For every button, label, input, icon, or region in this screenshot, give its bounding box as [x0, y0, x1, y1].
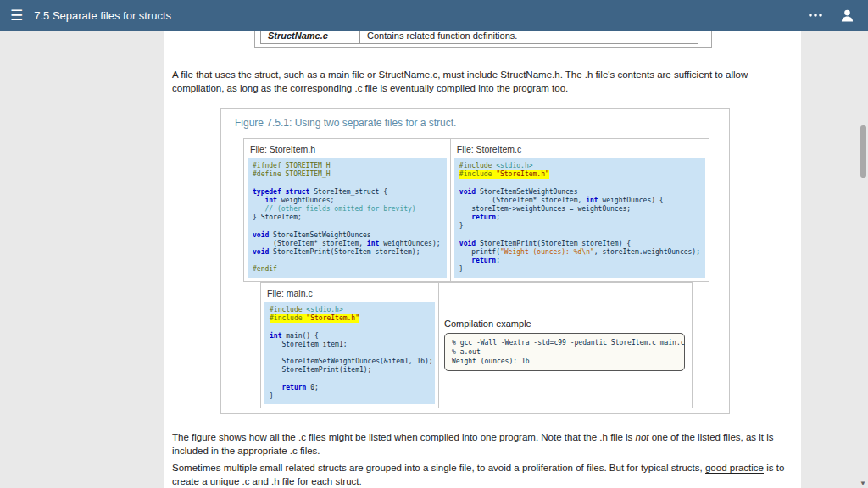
struct-files-table: StructName.c Contains related function d…	[260, 30, 698, 44]
file-panel-storeitem-h: File: StoreItem.h #ifndef STOREITEM_H#de…	[244, 139, 451, 281]
code-block-storeitem-c: #include <stdio.h>#include "StoreItem.h"…	[454, 158, 705, 278]
paragraph-good-practice-text1: Sometimes multiple small related structs…	[172, 463, 705, 473]
ellipsis-icon	[808, 13, 823, 18]
account-button[interactable]	[840, 8, 854, 23]
compilation-console: % gcc -Wall -Wextra -std=c99 -pedantic S…	[444, 333, 685, 371]
file-label-storeitem-c: File: StoreItem.c	[457, 144, 704, 154]
content-area: StructName.c Contains related function d…	[164, 30, 801, 488]
file-panel-main-c: File: main.c #include <stdio.h>#include …	[261, 283, 439, 408]
compilation-example-label: Compilation example	[444, 319, 685, 329]
emphasis-not: not	[636, 432, 649, 442]
table-cell-filename: StructName.c	[261, 30, 360, 44]
figure-7-5-1: Figure 7.5.1: Using two separate files f…	[220, 108, 730, 414]
scrollbar-thumb[interactable]	[860, 125, 866, 178]
struct-files-table-fragment: StructName.c Contains related function d…	[254, 30, 712, 48]
section-title: 7.5 Separate files for structs	[34, 9, 171, 22]
paragraph-figure-note-text1: The figure shows how all the .c files mi…	[172, 432, 636, 442]
compilation-example-cell: Compilation example % gcc -Wall -Wextra …	[439, 283, 697, 408]
table-cell-description: Contains related function definitions.	[360, 30, 698, 44]
table-row: StructName.c Contains related function d…	[261, 30, 698, 44]
paragraph-good-practice: Sometimes multiple small related structs…	[172, 461, 789, 488]
more-options-button[interactable]	[808, 13, 823, 18]
figure-bottom-panels: File: main.c #include <stdio.h>#include …	[260, 282, 693, 408]
file-panel-storeitem-c: File: StoreItem.c #include <stdio.h>#inc…	[451, 139, 709, 281]
figure-title: Figure 7.5.1: Using two separate files f…	[235, 117, 456, 129]
paragraph-figure-note: The figure shows how all the .c files mi…	[172, 430, 789, 458]
code-block-storeitem-h: #ifndef STOREITEM_H#define STOREITEM_Hty…	[248, 158, 447, 278]
top-bar: ☰ 7.5 Separate files for structs	[0, 0, 868, 30]
file-label-main-c: File: main.c	[267, 288, 433, 298]
code-block-main-c: #include <stdio.h>#include "StoreItem.h"…	[264, 302, 435, 404]
scrollbar-down-arrow-icon[interactable]: ▼	[860, 480, 866, 487]
file-label-storeitem-h: File: StoreItem.h	[250, 144, 445, 154]
paragraph-include-note: A file that uses the struct, such as a m…	[172, 68, 789, 96]
good-practice-term-link[interactable]: good practice	[705, 463, 764, 474]
hamburger-menu-icon[interactable]: ☰	[10, 8, 23, 23]
top-bar-actions	[808, 8, 854, 23]
figure-top-panels: File: StoreItem.h #ifndef STOREITEM_H#de…	[243, 138, 709, 282]
person-icon	[840, 8, 854, 23]
